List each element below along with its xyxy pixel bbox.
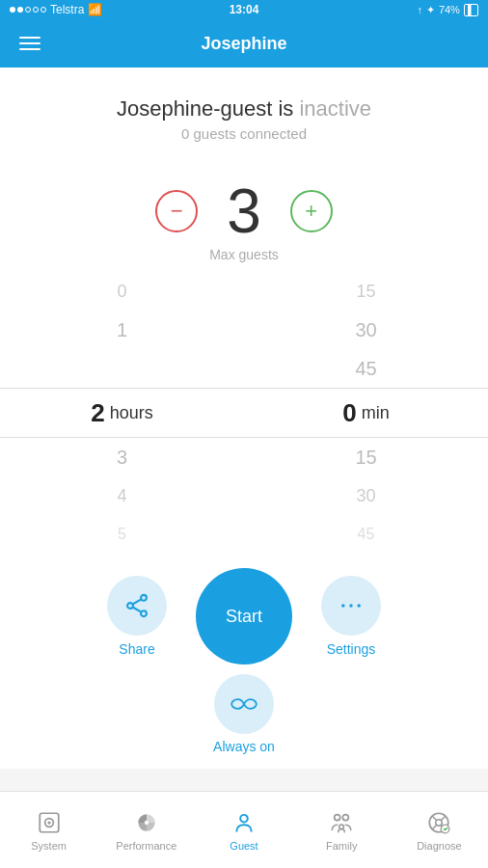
minutes-selected-col: 0 min xyxy=(244,389,488,437)
wifi-icon: 📶 xyxy=(88,3,102,16)
svg-point-6 xyxy=(349,604,353,608)
settings-label: Settings xyxy=(327,641,376,657)
time-picker[interactable]: 0 1 15 30 45 2 hours 0 min 3 4 xyxy=(0,272,488,554)
min-below-2: 30 xyxy=(244,476,488,515)
dot-2 xyxy=(17,7,23,13)
svg-point-22 xyxy=(442,825,450,833)
guests-connected: 0 guests connected xyxy=(117,125,371,142)
system-icon xyxy=(36,809,63,836)
picker-rows-below: 3 4 5 15 30 45 xyxy=(0,438,488,554)
svg-point-1 xyxy=(127,603,133,609)
nav-item-guest[interactable]: Guest xyxy=(195,801,292,859)
min-above-1: 15 xyxy=(244,272,488,311)
dot-5 xyxy=(41,7,46,13)
share-circle xyxy=(107,576,167,636)
svg-point-21 xyxy=(436,819,443,826)
signal-dots xyxy=(10,7,46,13)
battery-icon: ▌ xyxy=(464,4,478,16)
nav-label-family: Family xyxy=(326,840,357,852)
bluetooth-icon: ✦ xyxy=(426,4,435,16)
status-bar: Telstra 📶 13:04 ↑ ✦ 74% ▌ xyxy=(0,0,488,19)
nav-item-family[interactable]: Family xyxy=(293,801,391,859)
svg-point-11 xyxy=(145,820,149,824)
start-button[interactable]: Start xyxy=(196,568,292,665)
hours-selected-value: 2 xyxy=(91,398,104,428)
share-label: Share xyxy=(119,641,154,657)
hours-selected-col: 2 hours xyxy=(0,389,244,437)
nav-label-system: System xyxy=(31,840,67,852)
inactive-label: inactive xyxy=(299,96,371,121)
nav-item-system[interactable]: System xyxy=(0,801,97,859)
hour-above-2: 1 xyxy=(0,311,244,349)
hour-below-3: 5 xyxy=(0,515,244,554)
nav-item-diagnose[interactable]: Diagnose xyxy=(391,801,488,859)
hour-below-2: 4 xyxy=(0,476,244,515)
status-right: ↑ ✦ 74% ▌ xyxy=(417,4,478,16)
svg-point-0 xyxy=(141,595,147,601)
increment-button[interactable]: + xyxy=(290,190,333,232)
main-content: Josephine-guest is inactive 0 guests con… xyxy=(0,68,488,769)
svg-line-3 xyxy=(133,600,141,605)
hour-above-1: 0 xyxy=(0,272,244,311)
hour-below-1: 3 xyxy=(0,438,244,476)
svg-point-13 xyxy=(335,814,340,820)
status-left: Telstra 📶 xyxy=(10,3,102,16)
settings-icon xyxy=(338,592,365,619)
decrement-button[interactable]: − xyxy=(155,190,198,232)
minutes-selected-value: 0 xyxy=(342,398,356,428)
action-row: Share Start Settings xyxy=(107,568,381,665)
dot-3 xyxy=(25,7,31,13)
header: Josephine xyxy=(0,19,488,68)
infinity-icon xyxy=(229,694,259,714)
bottom-nav: System Performance Guest xyxy=(0,791,488,868)
hamburger-line-1 xyxy=(19,37,41,39)
share-icon xyxy=(123,592,150,619)
picker-rows-above: 0 1 15 30 45 xyxy=(0,272,488,388)
minutes-col-above: 15 30 45 xyxy=(244,272,488,388)
minutes-unit: min xyxy=(362,403,390,423)
hours-col-below: 3 4 5 xyxy=(0,438,244,554)
location-icon: ↑ xyxy=(417,4,422,15)
svg-point-10 xyxy=(47,821,50,824)
guest-name: Josephine-guest is xyxy=(117,96,300,121)
svg-point-5 xyxy=(341,604,345,608)
min-below-1: 15 xyxy=(244,438,488,476)
always-on-label: Always on xyxy=(213,739,275,754)
always-on-button[interactable]: Always on xyxy=(213,674,275,754)
start-circle: Start xyxy=(196,568,292,665)
share-button[interactable]: Share xyxy=(107,576,167,657)
nav-item-performance[interactable]: Performance xyxy=(97,801,195,859)
start-label: Start xyxy=(226,607,262,627)
hours-unit: hours xyxy=(110,403,153,423)
svg-point-14 xyxy=(343,814,349,820)
hamburger-button[interactable] xyxy=(14,32,45,55)
settings-circle xyxy=(321,576,381,636)
carrier-name: Telstra xyxy=(50,3,84,16)
guest-icon xyxy=(230,809,258,836)
nav-label-diagnose: Diagnose xyxy=(417,840,461,852)
svg-line-4 xyxy=(133,608,141,612)
svg-point-2 xyxy=(141,610,147,616)
nav-label-guest: Guest xyxy=(230,840,258,852)
family-icon xyxy=(328,809,355,836)
settings-button[interactable]: Settings xyxy=(321,576,381,657)
svg-point-7 xyxy=(357,604,361,608)
battery-percent: 74% xyxy=(439,4,460,15)
hamburger-line-2 xyxy=(19,42,41,44)
dot-1 xyxy=(10,7,15,13)
status-title: Josephine-guest is inactive xyxy=(117,96,371,122)
max-guests-label: Max guests xyxy=(209,247,279,262)
status-section: Josephine-guest is inactive 0 guests con… xyxy=(117,96,371,142)
counter-value: 3 xyxy=(227,180,261,242)
always-on-circle xyxy=(214,674,274,734)
guest-counter: − 3 + xyxy=(155,180,333,242)
status-time: 13:04 xyxy=(230,3,259,16)
svg-point-12 xyxy=(240,814,248,822)
dot-4 xyxy=(33,7,39,13)
hours-col-above: 0 1 xyxy=(0,272,244,388)
min-above-3: 45 xyxy=(244,349,488,388)
header-title: Josephine xyxy=(201,34,286,54)
diagnose-icon xyxy=(425,809,452,836)
min-below-3: 45 xyxy=(244,515,488,554)
action-section: Share Start Settings xyxy=(0,554,488,769)
